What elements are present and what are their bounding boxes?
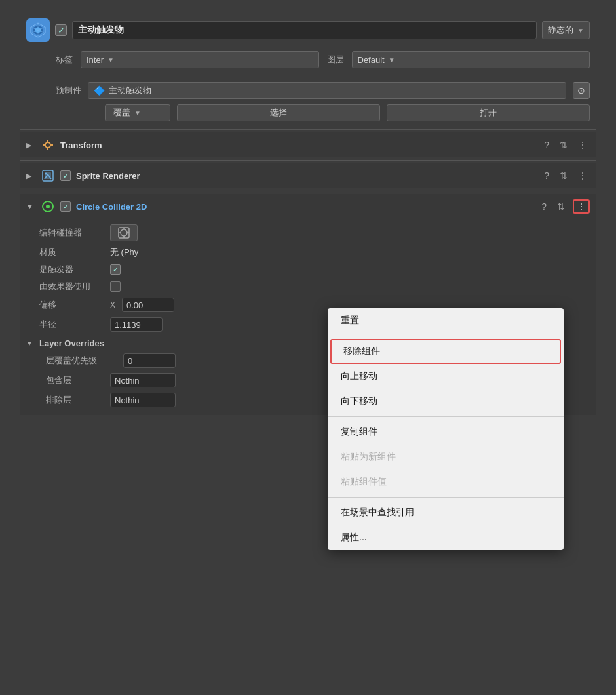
collider-settings-icon[interactable]: ⇅ <box>554 200 568 213</box>
tag-value: Inter <box>87 55 104 65</box>
menu-item-move-up[interactable]: 向上移动 <box>328 364 564 389</box>
tag-dropdown[interactable]: Inter ▼ <box>81 51 319 68</box>
material-value: 无 (Phy <box>110 247 138 258</box>
exclude-layer-value: Nothin <box>115 395 140 405</box>
sprite-settings-icon[interactable]: ⇅ <box>557 169 570 182</box>
menu-item-find-ref[interactable]: 在场景中查找引用 <box>328 500 564 525</box>
prefab-field: 🔷 主动触发物 <box>88 82 566 99</box>
unity-logo <box>26 18 50 42</box>
menu-item-reset[interactable]: 重置 <box>328 308 564 333</box>
used-by-effector-row: 由效果器使用 <box>26 278 590 295</box>
menu-item-remove[interactable]: 移除组件 <box>330 339 561 364</box>
header-row: ✓ 静态的 ▼ <box>20 13 596 47</box>
sprite-icon <box>41 169 55 183</box>
sprite-menu-icon[interactable]: ⋮ <box>575 169 590 182</box>
divider-2 <box>20 129 596 130</box>
inspector-panel: ✓ 静态的 ▼ 标签 Inter ▼ 图层 Default ▼ 预制件 🔷 主动… <box>20 13 596 415</box>
svg-point-6 <box>45 142 50 148</box>
svg-point-13 <box>45 173 47 175</box>
prefab-label: 预制件 <box>56 85 81 96</box>
collider-icon <box>41 199 55 214</box>
transform-expand-arrow: ▶ <box>26 141 35 149</box>
layer-label: 图层 <box>327 54 344 66</box>
used-by-effector-checkbox[interactable] <box>110 281 121 292</box>
collider-expand-arrow: ▼ <box>26 203 35 210</box>
sprite-help-icon[interactable]: ? <box>541 169 552 182</box>
layer-dropdown[interactable]: Default ▼ <box>352 51 590 68</box>
transform-component-header[interactable]: ▶ Transform ? ⇅ ⋮ <box>20 132 596 157</box>
edit-collider-row: 编辑碰撞器 <box>26 222 590 244</box>
edit-collider-label: 编辑碰撞器 <box>26 227 105 239</box>
sprite-checkbox[interactable]: ✓ <box>60 170 71 181</box>
menu-item-move-down[interactable]: 向下移动 <box>328 389 564 414</box>
radius-input[interactable] <box>110 317 163 332</box>
transform-settings-icon[interactable]: ⇅ <box>557 138 570 151</box>
offset-label: 偏移 <box>26 299 105 311</box>
edit-collider-button[interactable] <box>110 224 138 241</box>
is-trigger-checkbox[interactable] <box>110 264 121 275</box>
collider-help-icon[interactable]: ? <box>539 200 549 213</box>
tag-label: 标签 <box>56 54 73 66</box>
menu-item-paste-new: 粘贴为新组件 <box>328 445 564 469</box>
menu-separator-2 <box>328 416 564 417</box>
menu-separator-3 <box>328 497 564 498</box>
tag-arrow: ▼ <box>107 56 114 64</box>
collider-right-icons: ? ⇅ ⋮ <box>539 199 590 214</box>
is-trigger-label: 是触发器 <box>26 264 105 275</box>
static-dropdown-arrow: ▼ <box>577 27 584 34</box>
exclude-layer-field[interactable]: Nothin <box>110 393 176 407</box>
static-label: 静态的 <box>548 24 573 36</box>
object-name-input[interactable] <box>72 21 537 39</box>
transform-menu-icon[interactable]: ⋮ <box>575 138 590 151</box>
menu-item-properties[interactable]: 属性... <box>328 525 564 550</box>
priority-input[interactable] <box>123 353 176 368</box>
prefab-row: 预制件 🔷 主动触发物 ⊙ <box>20 78 596 102</box>
material-row: 材质 无 (Phy <box>26 244 590 261</box>
prefab-override-dropdown[interactable]: 覆盖 ▼ <box>105 104 170 121</box>
prefab-select-button[interactable]: 选择 <box>177 104 380 121</box>
include-layer-value: Nothin <box>115 376 140 386</box>
include-layer-label: 包含层 <box>26 374 105 386</box>
divider-4 <box>20 191 596 191</box>
prefab-buttons-row: 覆盖 ▼ 选择 打开 <box>20 102 596 127</box>
menu-item-paste-val: 粘贴组件值 <box>328 469 564 494</box>
layer-overrides-arrow: ▼ <box>26 340 35 347</box>
static-dropdown[interactable]: 静态的 ▼ <box>542 21 590 39</box>
exclude-layer-label: 排除层 <box>26 394 105 406</box>
prefab-open-button[interactable]: 打开 <box>387 104 590 121</box>
menu-separator-1 <box>328 336 564 336</box>
layer-value: Default <box>358 55 385 65</box>
sprite-title: Sprite Renderer <box>76 171 536 181</box>
layer-arrow: ▼ <box>389 56 395 64</box>
circle-collider-component-header[interactable]: ▼ ✓ Circle Collider 2D ? ⇅ ⋮ <box>20 194 596 219</box>
transform-title: Transform <box>60 140 536 150</box>
svg-point-15 <box>46 205 50 208</box>
collider-title: Circle Collider 2D <box>76 202 533 212</box>
transform-icon <box>41 138 55 152</box>
object-active-checkbox[interactable]: ✓ <box>55 24 67 36</box>
menu-item-copy[interactable]: 复制组件 <box>328 420 564 445</box>
sprite-renderer-component-header[interactable]: ▶ ✓ Sprite Renderer ? ⇅ ⋮ <box>20 163 596 188</box>
material-label: 材质 <box>26 247 105 258</box>
collider-menu-icon[interactable]: ⋮ <box>573 199 590 214</box>
divider-3 <box>20 160 596 161</box>
tag-layer-row: 标签 Inter ▼ 图层 Default ▼ <box>20 47 596 72</box>
prefab-cube-icon: 🔷 <box>94 85 105 96</box>
transform-help-icon[interactable]: ? <box>541 138 552 151</box>
sprite-right-icons: ? ⇅ ⋮ <box>541 169 590 182</box>
include-layer-field[interactable]: Nothin <box>110 373 176 387</box>
sprite-expand-arrow: ▶ <box>26 172 35 180</box>
radius-label: 半径 <box>26 319 105 330</box>
override-arrow: ▼ <box>134 109 141 117</box>
prefab-name: 主动触发物 <box>109 85 151 96</box>
offset-x-label: X <box>110 300 115 309</box>
context-menu: 重置 移除组件 向上移动 向下移动 复制组件 粘贴为新组件 粘贴组件值 在场景中… <box>328 308 564 550</box>
used-by-effector-label: 由效果器使用 <box>26 281 105 292</box>
divider-1 <box>20 75 596 75</box>
offset-x-input[interactable] <box>122 298 174 312</box>
prefab-target-button[interactable]: ⊙ <box>573 82 590 99</box>
priority-label: 层覆盖优先级 <box>26 355 118 367</box>
collider-checkbox[interactable]: ✓ <box>60 201 71 212</box>
override-label: 覆盖 <box>113 107 130 119</box>
svg-point-17 <box>121 229 127 236</box>
